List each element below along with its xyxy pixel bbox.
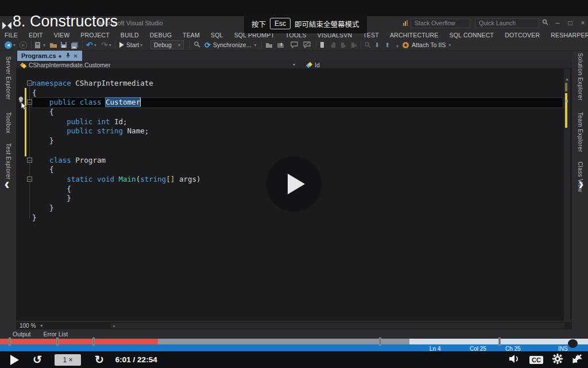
fold-toggle-icon[interactable]: – [27,158,32,163]
menu-project[interactable]: PROJECT [80,32,109,39]
tab-close-icon[interactable]: ✕ [74,53,78,59]
folder-tab-icon [265,42,273,48]
progress-marker [379,338,381,346]
next-video-button[interactable]: › [575,174,587,195]
editor-horizontal-scrollbar[interactable]: ◂ [111,323,564,328]
member-dropdown[interactable]: Id [307,62,320,68]
side-tab-server-explorer[interactable]: Server Explorer [5,54,11,102]
redo-button[interactable]: ↷▾ [101,40,111,49]
zoom-caret-icon[interactable]: ▾ [40,323,42,328]
resharper-inspect-button[interactable] [194,40,201,49]
close-button[interactable]: × [578,18,588,28]
maximize-button[interactable]: □ [565,18,575,28]
open-file-button[interactable] [49,40,57,49]
type-dropdown[interactable]: CSharpIntermediate.Customer [29,62,110,68]
uncomment-button[interactable] [303,40,311,49]
captions-button[interactable]: CC [529,356,543,364]
menu-sql[interactable]: SQL [211,32,223,39]
open-in-browser-button[interactable] [265,40,273,49]
menu-team[interactable]: TEAM [183,32,200,39]
minimize-button[interactable]: – [552,18,563,28]
video-control-bar: ↺ 1 × ↻ 6:01 / 22:54 CC [0,351,588,368]
code-line-7: } [32,136,563,146]
code-line-6: public string Name; [32,126,563,136]
selected-text: Customer [106,98,140,106]
side-tab-team-explorer[interactable]: Team Explorer [577,110,583,155]
panel-tab-error-list[interactable]: Error List [44,331,68,338]
overlay-dot [568,339,578,348]
tab-title: Program.cs [21,52,56,59]
play-button[interactable] [10,355,19,365]
scroll-up-icon[interactable]: ▲ [565,77,569,81]
start-debug-button[interactable]: Start▾ [119,40,142,49]
save-button[interactable] [60,40,67,49]
menu-dotcover[interactable]: DOTCOVER [505,32,540,39]
fold-toggle-icon[interactable]: – [27,99,32,105]
new-project-button[interactable]: ▾ [34,40,45,49]
panel-tab-output[interactable]: Output [13,331,31,338]
arrow-up-icon: ⬆ [385,41,390,49]
prev-video-button[interactable]: ‹ [1,174,13,195]
menu-architecture[interactable]: ARCHITECTURE [390,32,439,39]
volume-button[interactable] [509,354,520,366]
outline-guide [29,86,30,218]
video-progress-bar[interactable] [0,339,588,344]
field-icon [307,63,311,67]
video-logo-icon [2,21,12,32]
save-all-button[interactable] [71,40,79,49]
tab-program-cs[interactable]: Program.cs ● ✕ [17,51,82,61]
send-feedback-icon[interactable] [403,20,409,26]
menu-sql-connect[interactable]: SQL CONNECT [450,32,494,39]
menu-resharper[interactable]: RESHARPER [551,32,588,39]
attach-to-iis-button[interactable]: Attach To IIS▾ [402,40,451,49]
undo-button[interactable]: ↶▾ [86,40,96,49]
fold-toggle-icon[interactable]: – [27,177,32,182]
reload-button[interactable]: ↻ [95,351,104,368]
folder-arrow-icon [277,42,284,48]
bookmark-prev-icon [330,42,336,48]
menu-debug[interactable]: DEBUG [150,32,172,39]
navigate-forward-button[interactable]: ▸ [20,40,27,49]
scroll-thumb[interactable] [566,100,568,102]
playback-speed-button[interactable]: 1 × [55,354,81,366]
menu-file[interactable]: FILE [5,32,18,39]
side-tab-toolbox[interactable]: Toolbox [5,110,11,136]
fold-toggle-icon[interactable]: – [27,80,32,86]
move-down-button[interactable]: ⬇ [374,40,380,49]
settings-button[interactable] [552,354,563,366]
folder-icon [49,41,57,48]
esc-key-badge: Esc [270,18,291,29]
prev-bookmark-button[interactable] [330,40,336,49]
synchronize-button[interactable]: ⟳ Synchronize...▾ [204,40,256,49]
tab-pin-icon[interactable] [65,53,70,59]
navigate-back-button[interactable]: ◂▾ [5,40,16,49]
quick-launch-input[interactable]: Quick Launch [475,18,539,28]
bookmark-button[interactable] [320,40,324,49]
menu-build[interactable]: BUILD [121,32,139,39]
chevron-down-icon[interactable]: ▾ [293,62,295,67]
clear-bookmarks-button[interactable] [351,40,357,49]
code-line-3: public class Customer [32,98,563,108]
comment-button[interactable] [291,40,299,49]
big-play-button[interactable] [266,156,322,212]
code-line-8 [32,146,563,156]
editor-vertical-scrollbar[interactable]: ▲ [564,69,570,321]
menu-view[interactable]: VIEW [54,32,70,39]
exit-fullscreen-button[interactable] [572,354,582,366]
warning-icon: ⚠ [571,69,572,75]
resharper-find-button[interactable] [364,40,371,49]
replay-button[interactable]: ↺ [33,351,42,368]
move-up-button[interactable]: ⬆ [385,40,390,49]
solution-config-dropdown[interactable]: Debug▾ [150,40,184,49]
search-icon[interactable] [540,18,550,28]
editor-bottom-bar: 100 % ▾ ◂ [16,321,572,329]
magnifier-small-icon [364,41,371,48]
next-bookmark-button[interactable] [341,40,346,49]
attach-iis-icon [402,41,409,49]
navigation-bar: CSharpIntermediate.Customer ▾ Id [16,61,572,69]
menu-edit[interactable]: EDIT [29,32,43,39]
side-tab-solution-explorer[interactable]: Solution Explorer [577,51,583,103]
zoom-level-dropdown[interactable]: 100 % [20,323,36,329]
stack-overflow-search-input[interactable]: Stack Overflow [411,18,470,28]
browse-with-button[interactable] [277,40,284,49]
